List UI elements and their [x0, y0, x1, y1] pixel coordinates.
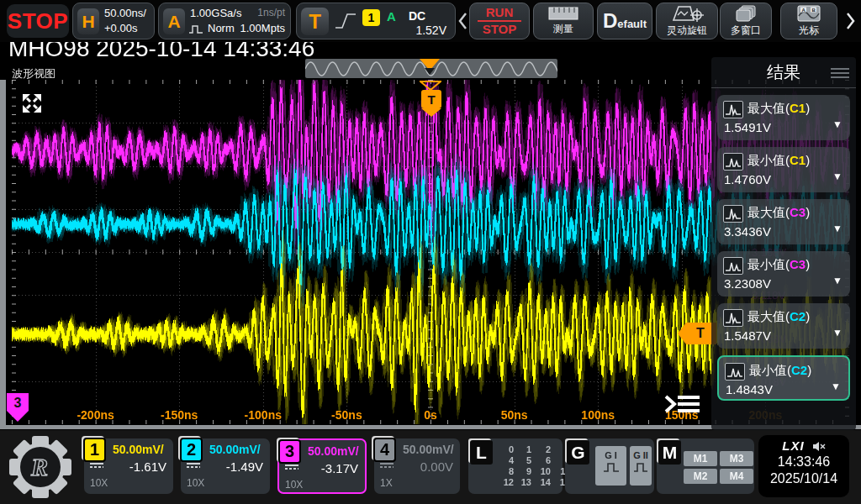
trigger-panel[interactable]: T 1 A DC 1.52V — [296, 3, 456, 39]
measurement-value: 1.4843V — [726, 382, 773, 396]
timebase-scale: 50.00ns/ — [104, 7, 146, 19]
generator-2-button[interactable]: G II — [630, 446, 652, 486]
measurement-item-max-c1[interactable]: 最大值(C1) 1.5491V ▼ — [717, 95, 850, 140]
cursor-button[interactable]: A B 光标 — [780, 3, 837, 39]
menu-icon[interactable] — [831, 66, 849, 81]
results-header: 结果 — [711, 57, 856, 88]
generator-badge: G — [567, 440, 589, 465]
dc-coupling-icon — [380, 463, 394, 468]
measurement-item-max-c2[interactable]: 最大值(C2) 1.5487V ▼ — [717, 303, 850, 349]
channel-4-card[interactable]: 4 50.00mV/ 0.00V 1X — [374, 438, 460, 494]
channel-3-card[interactable]: 3 50.00mV/ -3.17V 10X — [277, 438, 367, 494]
sample-rate: 1.00GSa/s — [190, 7, 241, 19]
trigger-coupling: DC — [409, 9, 425, 23]
logic-badge: L — [470, 440, 493, 465]
acquire-panel[interactable]: A 1.00GSa/s Norm 1ns/pt 1.00Mpts — [158, 3, 291, 39]
channel-2-badge: 2 — [180, 438, 203, 462]
trigger-position-marker-inner — [425, 68, 435, 75]
logic-channels-card[interactable]: L 0123 4567 891011 12131415 — [468, 438, 563, 494]
horizontal-panel[interactable]: H 50.00ns/ +0.00s — [72, 3, 155, 39]
bottom-status-bar: R 1 50.00mV/ -1.61V 10X 2 50.00mV/ -1.49… — [0, 430, 861, 504]
svg-text:R: R — [30, 453, 48, 480]
top-toolbar: STOP H 50.00ns/ +0.00s A 1.00GSa/s Norm … — [0, 0, 861, 42]
expand-results-list-icon[interactable] — [663, 391, 703, 417]
expand-fullscreen-icon[interactable] — [20, 92, 44, 115]
channel-1-card[interactable]: 1 50.00mV/ -1.61V 10X — [84, 438, 173, 494]
measurement-item-min-c2[interactable]: 最小值(C2) 1.4843V ▼ — [717, 355, 850, 401]
rising-edge-icon — [334, 11, 357, 31]
run-stop-button[interactable]: RUNSTOP — [469, 3, 530, 39]
dropdown-arrow-icon[interactable]: ▼ — [832, 118, 843, 130]
generator-1-button[interactable]: G I — [595, 446, 626, 486]
dropdown-arrow-icon[interactable]: ▼ — [832, 171, 843, 182]
measurement-icon — [723, 205, 743, 223]
timebase-offset: +0.00s — [104, 22, 137, 34]
trigger-time-flag-tip — [421, 108, 441, 117]
math-badge: M — [658, 440, 681, 465]
trigger-time-flag[interactable]: T — [421, 90, 441, 108]
acquire-badge: A — [163, 8, 185, 34]
measurement-item-min-c3[interactable]: 最小值(C3) 3.2308V ▼ — [717, 251, 850, 297]
measurement-value: 1.5491V — [724, 120, 771, 134]
stop-status-button[interactable]: STOP — [7, 4, 69, 38]
dc-coupling-icon — [187, 463, 200, 468]
measurement-value: 3.2308V — [724, 276, 771, 291]
square-wave-icon — [633, 462, 648, 472]
measurement-item-max-c3[interactable]: 最大值(C3) 3.3436V ▼ — [717, 199, 850, 244]
horizontal-badge: H — [77, 8, 99, 34]
measurement-value: 1.5487V — [724, 328, 771, 343]
square-wave-icon — [603, 462, 620, 472]
toolbar-scroll-left-icon[interactable] — [457, 11, 467, 31]
trigger-source-badge: 1 — [362, 9, 380, 26]
status-time: 14:33:46 — [758, 454, 849, 470]
measurement-value: 1.4760V — [724, 172, 771, 186]
channel-2-card[interactable]: 2 50.00mV/ -1.49V 10X — [181, 438, 270, 494]
clock-card[interactable]: LXI 14:33:46 2025/10/14 — [758, 435, 849, 497]
channel-1-badge: 1 — [83, 438, 106, 462]
math-2-button[interactable]: M2 — [684, 469, 717, 484]
timebase-overview-strip[interactable] — [305, 59, 557, 78]
memory-depth: 1.00Mpts — [240, 22, 285, 34]
acquire-mode: Norm — [208, 22, 235, 34]
dc-coupling-icon — [285, 465, 298, 470]
svg-text:B: B — [812, 8, 816, 13]
stacked-windows-icon — [735, 5, 757, 22]
lxi-label: LXI — [782, 438, 804, 453]
dropdown-arrow-icon[interactable]: ▼ — [832, 327, 843, 339]
dropdown-arrow-icon[interactable]: ▼ — [831, 381, 841, 392]
toolbar-scroll-right-icon[interactable] — [846, 11, 856, 31]
multi-window-button[interactable]: 多窗口 — [720, 3, 772, 39]
measurement-icon — [725, 363, 745, 381]
trigger-badge: T — [301, 8, 329, 35]
measurement-item-min-c1[interactable]: 最小值(C1) 1.4760V ▼ — [717, 147, 850, 192]
svg-text:A: A — [802, 8, 806, 13]
math-1-button[interactable]: M1 — [684, 451, 717, 466]
dropdown-arrow-icon[interactable]: ▼ — [832, 275, 843, 286]
speaker-muted-icon — [812, 441, 826, 452]
ruler-icon — [548, 7, 578, 20]
math-4-button[interactable]: M4 — [720, 469, 753, 484]
dropdown-arrow-icon[interactable]: ▼ — [832, 223, 843, 234]
channel-4-badge: 4 — [373, 438, 396, 462]
measurement-icon — [723, 257, 743, 275]
measurement-value: 3.3436V — [724, 224, 771, 239]
measurement-icon — [723, 153, 743, 171]
results-panel: 结果 最大值(C1) 1.5491V ▼ 最小值(C1) 1.4760V ▼ 最… — [711, 57, 856, 430]
tab-waveform-view[interactable]: 波形视图 — [12, 66, 55, 81]
left-scroll-rail[interactable] — [0, 80, 6, 429]
rigol-logo[interactable]: R — [8, 435, 72, 499]
math-card[interactable]: M M1 M3 M2 M4 — [657, 438, 754, 494]
math-3-button[interactable]: M3 — [720, 451, 753, 466]
channel-3-badge: 3 — [278, 439, 301, 464]
acquire-mode-icon — [189, 24, 206, 34]
logic-channel-numbers: 0123 4567 891011 12131415 — [502, 444, 570, 488]
knob-waveform-gear-icon — [670, 5, 704, 22]
measure-button[interactable]: 测量 — [533, 3, 594, 39]
measurement-icon — [723, 309, 743, 327]
sample-resolution: 1ns/pt — [257, 7, 285, 18]
quick-knob-button[interactable]: 灵动旋钮 — [656, 3, 718, 39]
generator-card[interactable]: G G I G II — [565, 438, 654, 494]
measurement-icon — [723, 101, 743, 118]
default-button[interactable]: Default — [597, 3, 652, 39]
results-title: 结果 — [767, 61, 800, 84]
